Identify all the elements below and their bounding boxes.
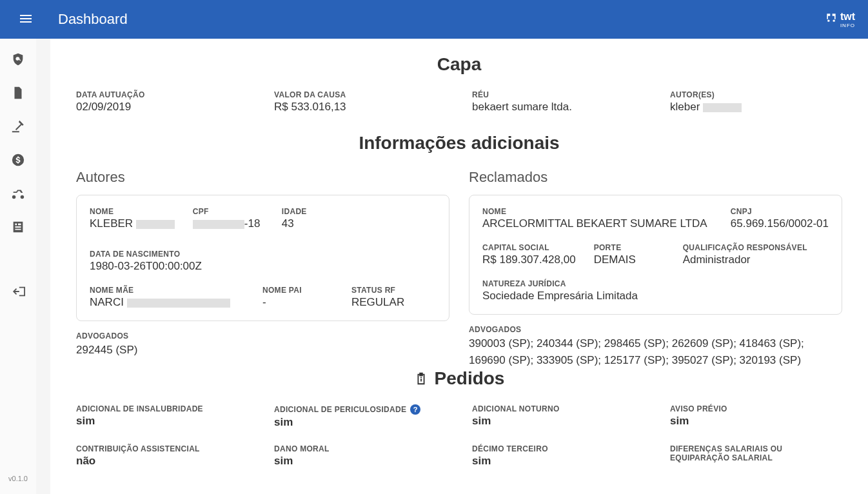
field-reu: RÉU bekaert sumare ltda. [472,90,644,114]
pedido-label: ADICIONAL DE INSALUBRIDADE [76,404,248,413]
help-icon[interactable]: ? [410,404,420,415]
label: DATA AUTUAÇÃO [76,90,248,99]
pedido-value: sim [274,416,446,429]
field-nome: NOME KLEBER [90,207,175,230]
pedido-label: ADICIONAL NOTURNO [472,404,644,413]
capa-row: DATA AUTUAÇÃO 02/09/2019 VALOR DA CAUSA … [76,90,842,114]
reclamados-title: Reclamados [469,169,842,186]
pedido-item: ADICIONAL DE INSALUBRIDADEsim [76,404,248,429]
pedido-item: CONTRIBUIÇÃO ASSISTENCIALnão [76,444,248,468]
label: AUTOR(ES) [670,90,842,99]
field-valor-causa: VALOR DA CAUSA R$ 533.016,13 [274,90,446,114]
field-nome-empresa: NOME ARCELORMITTAL BEKAERT SUMARE LTDA [482,207,713,230]
logo-icon [825,12,838,28]
svg-point-0 [827,19,829,21]
label: VALOR DA CAUSA [274,90,446,99]
field-capital: CAPITAL SOCIAL R$ 189.307.428,00 [482,243,576,266]
pedido-item: DIFERENÇAS SALARIAIS OU EQUIPARAÇÃO SALA… [670,444,842,468]
sidebar-item-report[interactable] [10,219,26,235]
menu-button[interactable] [13,6,39,34]
value: kleber [670,101,842,114]
field-nome-pai: NOME PAI - [262,286,333,309]
pedido-value: sim [76,415,248,428]
logo-text: twt [840,11,855,22]
card-reclamado: NOME ARCELORMITTAL BEKAERT SUMARE LTDA C… [469,195,842,315]
logout-icon [11,284,25,299]
field-nascimento: DATA DE NASCIMENTO 1980-03-26T00:00:00Z [90,250,202,273]
pedido-value: não [76,455,248,468]
card-autor: NOME KLEBER CPF -18 IDADE 43 DATA DE [76,195,449,321]
svg-point-1 [833,19,834,21]
pedido-label: DIFERENÇAS SALARIAIS OU EQUIPARAÇÃO SALA… [670,444,842,462]
pedido-label: ADICIONAL DE PERICULOSIDADE? [274,404,446,415]
value: bekaert sumare ltda. [472,101,644,114]
section-title-info: Informações adicionais [76,133,842,153]
app-header: Dashboard twt INFO [0,0,868,39]
sidebar-item-money[interactable] [10,152,26,168]
field-idade: IDADE 43 [282,207,353,230]
shield-search-icon [11,52,25,66]
label: RÉU [472,90,644,99]
hamburger-icon [18,11,34,26]
pedido-value: sim [274,455,446,468]
field-autores: AUTOR(ES) kleber [670,90,842,114]
sidebar-item-document[interactable] [10,85,26,101]
version-label: v0.1.0 [8,475,28,482]
section-title-capa: Capa [76,54,842,75]
field-cpf: CPF -18 [193,207,264,230]
redacted [193,220,244,229]
brand-logo: twt INFO [825,11,855,28]
sidebar-item-logout[interactable] [10,284,26,299]
pedido-value: sim [670,415,842,428]
pedido-label: DANO MORAL [274,444,446,453]
section-title-pedidos: Pedidos [76,368,842,389]
pedido-item: DÉCIMO TERCEIROsim [472,444,644,468]
field-porte: PORTE DEMAIS [594,243,665,266]
reclamados-advogados: ADVOGADOS 390003 (SP); 240344 (SP); 2984… [469,325,842,368]
pedido-label: AVISO PRÉVIO [670,404,842,413]
pedido-item: DANO MORALsim [274,444,446,468]
redacted [703,103,742,112]
pedidos-grid: ADICIONAL DE INSALUBRIDADEsimADICIONAL D… [76,404,842,468]
redacted [136,220,175,229]
col-autores: Autores NOME KLEBER CPF -18 IDADE [76,169,449,368]
field-nome-mae: NOME MÃE NARCI [90,286,244,309]
redacted [127,299,230,308]
field-qualificacao: QUALIFICAÇÃO RESPONSÁVEL Administrador [683,243,807,266]
pedido-value: sim [472,415,644,428]
field-natureza: NATUREZA JURÍDICA Sociedade Empresária L… [482,279,829,302]
pedido-item: ADICIONAL NOTURNOsim [472,404,644,429]
field-status-rf: STATUS RF REGULAR [351,286,422,309]
document-icon [11,86,25,100]
field-cnpj: CNPJ 65.969.156/0002-01 [731,207,829,230]
page-title: Dashboard [58,11,825,28]
sidebar-item-gavel[interactable] [10,119,26,134]
motorcycle-icon [11,186,25,201]
clipboard-icon [414,371,428,386]
pedido-item: AVISO PRÉVIOsim [670,404,842,429]
field-data-autuacao: DATA AUTUAÇÃO 02/09/2019 [76,90,248,114]
gavel-icon [11,119,25,133]
value: R$ 533.016,13 [274,101,446,114]
pedido-item: ADICIONAL DE PERICULOSIDADE?sim [274,404,446,429]
pedido-label: CONTRIBUIÇÃO ASSISTENCIAL [76,444,248,453]
autores-advogados: ADVOGADOS 292445 (SP) [76,331,449,359]
main-content: Capa DATA AUTUAÇÃO 02/09/2019 VALOR DA C… [50,39,868,494]
col-reclamados: Reclamados NOME ARCELORMITTAL BEKAERT SU… [469,169,842,368]
sidebar-item-motorcycle[interactable] [10,186,26,201]
value: 02/09/2019 [76,101,248,114]
sidebar: v0.1.0 [0,39,36,494]
autores-title: Autores [76,169,449,186]
dollar-icon [11,153,25,167]
pedido-value: sim [472,455,644,468]
report-icon [11,220,25,234]
sidebar-item-search-shield[interactable] [10,52,26,67]
logo-subtext: INFO [840,23,855,28]
pedido-label: DÉCIMO TERCEIRO [472,444,644,453]
